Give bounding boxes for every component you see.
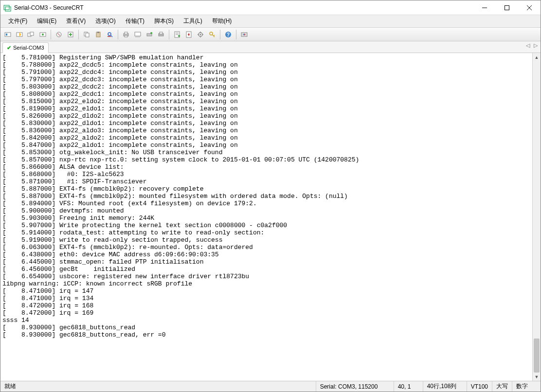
svg-rect-0 bbox=[4, 5, 9, 10]
reconnect-icon[interactable] bbox=[37, 29, 48, 40]
svg-rect-19 bbox=[86, 33, 89, 37]
app-icon bbox=[3, 4, 11, 12]
status-connection: Serial: COM3, 115200 bbox=[316, 381, 394, 392]
separator bbox=[78, 30, 79, 39]
close-button[interactable] bbox=[518, 0, 541, 15]
svg-point-12 bbox=[42, 34, 44, 36]
svg-line-47 bbox=[214, 35, 215, 36]
svg-rect-10 bbox=[30, 32, 34, 36]
connect-icon[interactable] bbox=[2, 29, 13, 40]
status-ready: 就绪 bbox=[0, 381, 316, 392]
scroll-up-button[interactable]: ▲ bbox=[533, 53, 541, 61]
status-caps: 大写 bbox=[492, 381, 512, 392]
minimize-button[interactable] bbox=[473, 0, 496, 15]
disconnect-icon[interactable] bbox=[54, 29, 64, 40]
check-icon: ✔ bbox=[7, 45, 11, 51]
transfer-icon[interactable] bbox=[239, 29, 250, 40]
svg-point-40 bbox=[200, 34, 201, 35]
status-size: 40行,108列 bbox=[423, 381, 467, 392]
printer-icon[interactable] bbox=[156, 29, 166, 40]
settings-icon[interactable] bbox=[195, 29, 206, 40]
key-icon[interactable] bbox=[207, 29, 217, 40]
svg-rect-24 bbox=[108, 36, 111, 37]
maximize-button[interactable] bbox=[496, 0, 518, 15]
connect-tab-icon[interactable] bbox=[26, 29, 36, 40]
separator bbox=[118, 30, 118, 39]
svg-rect-27 bbox=[125, 36, 127, 37]
svg-text:?: ? bbox=[227, 32, 230, 37]
tab-prev-button[interactable]: ◁ bbox=[525, 42, 531, 49]
menubar: 文件(F)编辑(E)查看(V)选项(O)传输(T)脚本(S)工具(L)帮助(H) bbox=[0, 15, 541, 28]
paste-icon[interactable] bbox=[93, 29, 104, 40]
find-icon[interactable] bbox=[105, 29, 115, 40]
separator bbox=[169, 30, 169, 39]
help-icon[interactable]: ? bbox=[223, 29, 234, 40]
menu-选项(O)[interactable]: 选项(O) bbox=[90, 16, 120, 27]
status-cursor: 40, 1 bbox=[394, 381, 423, 392]
svg-rect-29 bbox=[135, 36, 140, 37]
svg-rect-26 bbox=[125, 32, 127, 34]
svg-rect-6 bbox=[5, 33, 11, 36]
terminal-container: [ 5.781000] Registering SWP/SWPB emulati… bbox=[0, 53, 541, 381]
quick-connect-icon[interactable] bbox=[14, 29, 25, 40]
separator bbox=[220, 30, 220, 39]
svg-rect-33 bbox=[160, 32, 162, 34]
scroll-track[interactable] bbox=[533, 61, 541, 373]
toolbar: ? bbox=[0, 28, 541, 41]
tab-label: Serial-COM3 bbox=[13, 45, 44, 51]
session-tab[interactable]: ✔ Serial-COM3 bbox=[2, 42, 49, 53]
resize-grip[interactable] bbox=[532, 381, 541, 392]
status-bar: 就绪 Serial: COM3, 115200 40, 1 40行,108列 V… bbox=[0, 381, 541, 392]
scroll-thumb[interactable] bbox=[534, 339, 540, 373]
print-screen-icon[interactable] bbox=[132, 29, 143, 40]
svg-rect-21 bbox=[97, 32, 99, 33]
svg-rect-1 bbox=[5, 7, 11, 11]
scroll-down-button[interactable]: ▼ bbox=[533, 373, 541, 381]
menu-帮助(H)[interactable]: 帮助(H) bbox=[207, 16, 237, 27]
svg-point-31 bbox=[150, 32, 152, 34]
status-num: 数字 bbox=[512, 381, 532, 392]
menu-传输(T)[interactable]: 传输(T) bbox=[121, 16, 149, 27]
menu-脚本(S)[interactable]: 脚本(S) bbox=[149, 16, 179, 27]
svg-line-14 bbox=[57, 33, 60, 36]
menu-工具(L)[interactable]: 工具(L) bbox=[179, 16, 207, 27]
print-sel-icon[interactable] bbox=[144, 29, 155, 40]
menu-编辑(E)[interactable]: 编辑(E) bbox=[32, 16, 61, 27]
svg-rect-28 bbox=[135, 32, 141, 36]
svg-rect-3 bbox=[505, 5, 509, 10]
tab-next-button[interactable]: ▷ bbox=[533, 42, 539, 49]
svg-point-37 bbox=[178, 35, 180, 37]
properties-icon[interactable] bbox=[172, 29, 182, 40]
status-emulation: VT100 bbox=[467, 381, 492, 392]
tab-bar: ✔ Serial-COM3 ◁ ▷ bbox=[0, 41, 541, 53]
menu-文件(F)[interactable]: 文件(F) bbox=[3, 16, 32, 27]
print-icon[interactable] bbox=[121, 29, 131, 40]
separator bbox=[51, 30, 51, 39]
copy-icon[interactable] bbox=[81, 29, 92, 40]
scrollbar[interactable]: ▲ ▼ bbox=[532, 53, 541, 381]
window-title: Serial-COM3 - SecureCRT bbox=[14, 4, 473, 11]
menu-查看(V)[interactable]: 查看(V) bbox=[61, 16, 90, 27]
separator bbox=[236, 30, 236, 39]
svg-rect-7 bbox=[6, 34, 7, 36]
new-session-icon[interactable] bbox=[65, 29, 76, 40]
titlebar: Serial-COM3 - SecureCRT bbox=[0, 0, 541, 15]
terminal-output[interactable]: [ 5.781000] Registering SWP/SWPB emulati… bbox=[0, 53, 532, 381]
options-icon[interactable] bbox=[183, 29, 194, 40]
